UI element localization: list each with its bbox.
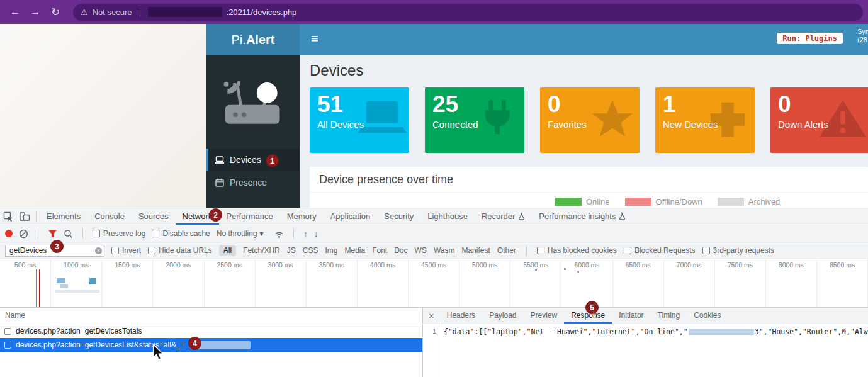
webpage-viewport: Pi.Alert ≡ Run: Plugins Sym (28, (0, 24, 868, 208)
detail-tab-cookies[interactable]: Cookies (687, 308, 728, 324)
divider (526, 245, 527, 256)
filter-type-js[interactable]: JS (287, 246, 296, 255)
devtools-panel: Elements Console Sources Network Perform… (0, 208, 868, 377)
pialert-brand[interactable]: Pi.Alert (206, 24, 300, 55)
divider (38, 228, 38, 239)
address-bar[interactable]: ⚠ Not secure :20211/devices.php (73, 4, 863, 21)
card-all-devices[interactable]: 51 All Devices (310, 87, 409, 153)
tab-recorder[interactable]: Recorder (475, 208, 532, 225)
timeline-tick: 7000 ms (664, 259, 715, 307)
preserve-log-checkbox[interactable]: Preserve log (93, 229, 145, 238)
card-new-devices[interactable]: 1 New Devices (655, 87, 755, 153)
card-down-alerts[interactable]: 0 Down Alerts (770, 87, 868, 153)
device-toolbar-icon[interactable] (20, 211, 30, 222)
legend-label: Offline/Down (656, 197, 702, 206)
requests-name-column-header[interactable]: Name (0, 308, 422, 324)
filter-type-doc[interactable]: Doc (394, 246, 407, 255)
sidebar-item-label: Presence (230, 177, 267, 188)
browser-toolbar: ← → ↻ ⚠ Not secure :20211/devices.php (0, 0, 868, 24)
timeline-activity (564, 268, 566, 270)
legend-offline-down[interactable]: Offline/Down (625, 197, 702, 206)
sidebar-item-devices[interactable]: Devices (206, 149, 300, 171)
timeline-tick: 500 ms (0, 259, 51, 307)
inspect-icon[interactable] (3, 211, 13, 222)
clear-icon[interactable] (19, 229, 28, 239)
experiment-flask-icon (619, 212, 626, 220)
filter-icon[interactable] (48, 229, 57, 239)
legend-online[interactable]: Online (555, 197, 610, 206)
summary-cards: 51 All Devices 25 Connected 0 Favorites (310, 87, 868, 153)
detail-tab-initiator[interactable]: Initiator (612, 308, 650, 324)
network-overview-timeline[interactable]: 500 ms 1000 ms 1500 ms 2000 ms 2500 ms 3… (0, 259, 868, 308)
legend-archived[interactable]: Archived (718, 197, 781, 206)
clear-filter-icon[interactable]: × (95, 247, 102, 254)
detail-tab-preview[interactable]: Preview (524, 308, 565, 324)
request-row[interactable]: devices.php?action=getDevicesTotals (0, 324, 422, 338)
filter-type-wasm[interactable]: Wasm (434, 246, 455, 255)
detail-tab-timing[interactable]: Timing (651, 308, 687, 324)
experiment-flask-icon (518, 212, 525, 220)
checkbox-label: Hide data URLs (159, 246, 212, 255)
run-plugins-button[interactable]: Run: Plugins (777, 33, 843, 44)
back-icon[interactable]: ← (8, 6, 23, 18)
plus-icon (703, 98, 752, 140)
card-connected[interactable]: 25 Connected (425, 87, 524, 153)
tab-lighthouse[interactable]: Lighthouse (420, 208, 475, 225)
filter-type-manifest[interactable]: Manifest (461, 246, 490, 255)
filter-type-other[interactable]: Other (497, 246, 516, 255)
export-har-icon[interactable]: ↓ (314, 229, 318, 239)
response-text-suffix: 3","House","Router",0,"Always on" (755, 327, 868, 336)
requests-pane: Name devices.php?action=getDevicesTotals… (0, 308, 423, 377)
request-checkbox[interactable] (4, 328, 11, 335)
tab-console[interactable]: Console (87, 208, 132, 225)
response-text-prefix: {"data":[["laptop","Net - Huawei","Inter… (444, 327, 688, 336)
search-icon[interactable] (64, 229, 73, 239)
filter-type-font[interactable]: Font (372, 246, 387, 255)
throttling-select[interactable]: No throttling ▾ (217, 229, 264, 238)
request-row-selected[interactable]: devices.php?action=getDevicesList&status… (0, 338, 422, 352)
hide-data-urls-checkbox[interactable]: Hide data URLs (148, 246, 212, 255)
mouse-cursor (152, 344, 164, 364)
filter-type-img[interactable]: Img (325, 246, 337, 255)
record-button[interactable] (5, 230, 13, 237)
tab-security[interactable]: Security (377, 208, 420, 225)
sidebar-item-presence[interactable]: Presence (206, 171, 300, 194)
disable-cache-checkbox[interactable]: Disable cache (152, 229, 210, 238)
tab-sources[interactable]: Sources (132, 208, 176, 225)
timeline-tick: 4500 ms (409, 259, 459, 307)
tab-elements[interactable]: Elements (40, 208, 87, 225)
filter-type-css[interactable]: CSS (303, 246, 318, 255)
filter-type-all[interactable]: All (219, 245, 236, 256)
tab-application[interactable]: Application (324, 208, 378, 225)
request-checkbox[interactable] (4, 342, 11, 349)
third-party-requests-checkbox[interactable]: 3rd-party requests (702, 246, 774, 255)
card-favorites[interactable]: 0 Favorites (540, 87, 640, 153)
invert-checkbox[interactable]: Invert (111, 246, 141, 255)
checkbox-label: Has blocked cookies (548, 246, 617, 255)
response-content: {"data":[["laptop","Net - Huawei","Inter… (439, 324, 868, 377)
annotation-badge-4: 4 (188, 337, 201, 350)
legend-label: Archived (748, 197, 781, 206)
brand-prefix: Pi. (232, 33, 246, 47)
network-conditions-icon[interactable] (274, 229, 284, 239)
tab-performance[interactable]: Performance (219, 208, 279, 225)
refresh-icon[interactable]: ↻ (48, 6, 63, 19)
line-number-gutter: 1 (423, 324, 439, 377)
blocked-requests-checkbox[interactable]: Blocked Requests (624, 246, 696, 255)
close-icon[interactable]: × (423, 310, 440, 321)
tab-memory[interactable]: Memory (280, 208, 324, 225)
filter-type-ws[interactable]: WS (415, 246, 427, 255)
tab-performance-insights[interactable]: Performance insights (532, 208, 633, 225)
timeline-load-marker (39, 269, 40, 307)
navbar-right-line1: Sym (857, 28, 868, 35)
forward-icon[interactable]: → (28, 6, 43, 18)
timeline-tick: 6000 ms (561, 259, 612, 307)
detail-tab-payload[interactable]: Payload (482, 308, 523, 324)
filter-type-media[interactable]: Media (344, 246, 365, 255)
filter-type-fetch-xhr[interactable]: Fetch/XHR (243, 246, 280, 255)
timeline-ticks: 500 ms 1000 ms 1500 ms 2000 ms 2500 ms 3… (0, 259, 868, 307)
detail-tab-headers[interactable]: Headers (440, 308, 482, 324)
sidebar-toggle-icon[interactable]: ≡ (311, 31, 318, 46)
has-blocked-cookies-checkbox[interactable]: Has blocked cookies (537, 246, 617, 255)
import-har-icon[interactable]: ↑ (303, 229, 308, 239)
